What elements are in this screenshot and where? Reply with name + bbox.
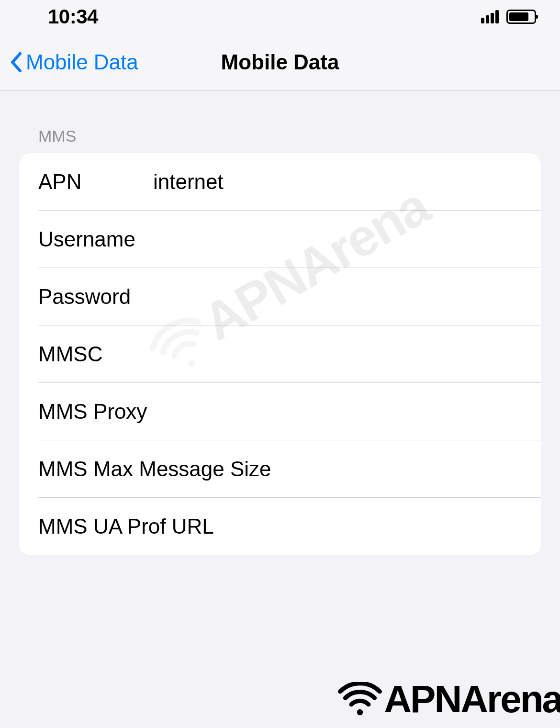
apn-input[interactable] bbox=[153, 170, 522, 194]
row-username[interactable]: Username bbox=[19, 211, 541, 268]
page-title: Mobile Data bbox=[221, 50, 339, 74]
row-label-username: Username bbox=[38, 227, 153, 251]
footer-brand: APNArena bbox=[338, 677, 560, 721]
row-label-apn: APN bbox=[38, 170, 153, 194]
row-label-password: Password bbox=[38, 285, 153, 309]
back-button[interactable]: Mobile Data bbox=[0, 50, 138, 74]
status-bar: 10:34 bbox=[0, 0, 560, 34]
row-apn[interactable]: APN bbox=[19, 153, 541, 211]
content-area: MMS APN Username Password MMSC MMS Proxy… bbox=[0, 91, 560, 555]
navigation-bar: Mobile Data Mobile Data bbox=[0, 34, 560, 91]
row-mms-proxy[interactable]: MMS Proxy bbox=[19, 383, 541, 440]
status-time: 10:34 bbox=[48, 5, 98, 28]
mms-proxy-input[interactable] bbox=[259, 400, 522, 424]
password-input[interactable] bbox=[153, 285, 522, 309]
mmsc-input[interactable] bbox=[153, 342, 522, 366]
settings-group-mms: APN Username Password MMSC MMS Proxy MMS… bbox=[19, 153, 541, 555]
battery-icon bbox=[506, 10, 536, 24]
status-indicators bbox=[481, 10, 536, 24]
wifi-icon bbox=[338, 682, 382, 717]
chevron-left-icon bbox=[10, 52, 22, 73]
row-label-mms-proxy: MMS Proxy bbox=[38, 400, 259, 424]
row-password[interactable]: Password bbox=[19, 268, 541, 325]
section-header-mms: MMS bbox=[19, 127, 541, 153]
row-label-mms-ua-prof: MMS UA Prof URL bbox=[38, 515, 522, 538]
footer-brand-text: APNArena bbox=[384, 677, 560, 721]
username-input[interactable] bbox=[153, 227, 522, 251]
back-label: Mobile Data bbox=[26, 50, 138, 74]
row-label-mms-max-size: MMS Max Message Size bbox=[38, 457, 522, 481]
svg-point-0 bbox=[357, 709, 363, 716]
cellular-signal-icon bbox=[481, 10, 499, 23]
row-mms-max-message-size[interactable]: MMS Max Message Size bbox=[19, 440, 541, 498]
row-label-mmsc: MMSC bbox=[38, 342, 153, 366]
row-mmsc[interactable]: MMSC bbox=[19, 325, 541, 383]
row-mms-ua-prof-url[interactable]: MMS UA Prof URL bbox=[19, 498, 541, 555]
